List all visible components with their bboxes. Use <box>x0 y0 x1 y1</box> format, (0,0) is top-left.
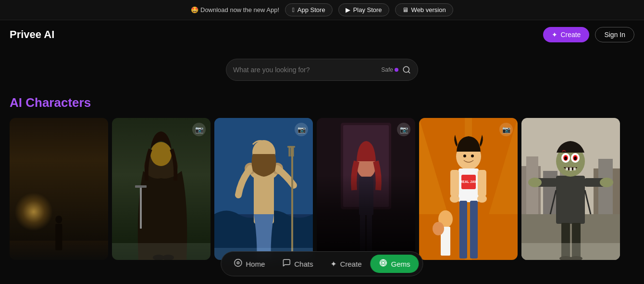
svg-point-3 <box>150 142 172 166</box>
svg-rect-64 <box>570 168 572 171</box>
search-icon <box>402 65 411 74</box>
gems-label: Gems <box>391 260 410 268</box>
home-icon <box>234 258 242 269</box>
top-banner: 🤩 Download now the new App!  App Store … <box>0 0 644 20</box>
character-card-4[interactable]: 📷 <box>317 118 415 260</box>
search-button[interactable] <box>402 65 411 74</box>
create-label: Create <box>560 31 581 39</box>
safe-label: Safe <box>381 66 393 73</box>
cards-container: 📷 <box>0 118 644 262</box>
download-text: 🤩 Download now the new App! <box>191 6 279 13</box>
camera-badge-5: 📷 <box>499 123 513 136</box>
section-title: AI Characters <box>0 95 644 118</box>
character-card-2[interactable]: 📷 <box>112 118 211 260</box>
svg-rect-17 <box>291 147 293 253</box>
safe-badge: Safe <box>381 66 398 73</box>
camera-badge-4: 📷 <box>397 123 410 136</box>
character-card-5[interactable]: REAL JAM 📷 <box>419 118 518 260</box>
svg-rect-34 <box>459 201 467 258</box>
create-nav-icon: ✦ <box>331 259 337 269</box>
ai-characters-label: AI Characters <box>10 95 91 110</box>
svg-point-42 <box>433 222 444 235</box>
web-version-button[interactable]: 🖥 Web version <box>395 3 453 16</box>
signin-button[interactable]: Sign In <box>595 27 634 42</box>
svg-point-72 <box>237 262 239 264</box>
play-store-button[interactable]: ▶ Play Store <box>338 3 389 16</box>
svg-point-74 <box>382 262 384 264</box>
search-input[interactable] <box>233 66 377 74</box>
svg-point-62 <box>574 156 577 160</box>
svg-point-54 <box>528 178 542 187</box>
svg-point-39 <box>471 155 474 157</box>
svg-point-38 <box>463 155 466 157</box>
character-card-6[interactable] <box>521 118 620 260</box>
app-store-button[interactable]:  App Store <box>285 3 333 16</box>
svg-point-61 <box>564 156 567 160</box>
sparkle-icon: ✦ <box>552 31 557 39</box>
monitor-icon: 🖥 <box>402 6 409 13</box>
create-nav-label: Create <box>340 260 362 268</box>
nav-chats[interactable]: Chats <box>273 255 322 273</box>
character-card-3[interactable]: 📷 <box>214 118 313 260</box>
svg-rect-70 <box>521 243 620 260</box>
search-bar: Safe <box>226 59 418 81</box>
anime-boy-illustration: REAL JAM <box>419 118 518 260</box>
poseidon-illustration <box>214 118 313 260</box>
zombie-illustration <box>521 118 620 260</box>
search-section: Safe <box>0 49 644 95</box>
create-button[interactable]: ✦ Create <box>543 27 589 42</box>
play-icon: ▶ <box>346 6 350 13</box>
safe-dot-icon <box>395 68 398 72</box>
apple-icon:  <box>292 6 295 13</box>
chats-label: Chats <box>294 260 313 268</box>
gems-icon <box>379 258 388 269</box>
svg-rect-63 <box>566 168 568 170</box>
svg-point-32 <box>450 195 459 203</box>
nav-home[interactable]: Home <box>225 255 273 273</box>
svg-rect-65 <box>573 168 576 170</box>
bottom-nav: Home Chats ✦ Create Gems <box>221 251 423 276</box>
header-actions: ✦ Create Sign In <box>543 27 634 42</box>
svg-rect-5 <box>135 185 147 188</box>
warrior-illustration <box>112 118 211 260</box>
nav-create[interactable]: ✦ Create <box>322 256 371 272</box>
svg-rect-35 <box>470 201 478 258</box>
emoji-icon: 🤩 Download now the new App! <box>191 6 279 13</box>
svg-rect-31 <box>478 170 486 196</box>
header: Privee AI ✦ Create Sign In <box>0 20 644 49</box>
dark-overlay <box>317 175 415 260</box>
svg-line-1 <box>408 71 409 73</box>
logo: Privee AI <box>10 28 54 41</box>
home-label: Home <box>246 260 265 268</box>
svg-point-55 <box>600 178 613 187</box>
svg-rect-30 <box>450 170 459 196</box>
svg-rect-10 <box>112 243 211 260</box>
character-card-1[interactable] <box>10 118 108 260</box>
svg-point-71 <box>235 259 242 267</box>
svg-point-33 <box>477 195 487 203</box>
camera-badge-3: 📷 <box>295 123 308 136</box>
chats-icon <box>282 258 291 269</box>
svg-rect-51 <box>556 176 585 224</box>
camera-badge-2: 📷 <box>192 123 206 136</box>
svg-rect-4 <box>140 185 142 229</box>
nav-gems[interactable]: Gems <box>371 255 419 273</box>
gem-svg <box>379 258 388 267</box>
svg-text:REAL JAM: REAL JAM <box>460 180 477 183</box>
